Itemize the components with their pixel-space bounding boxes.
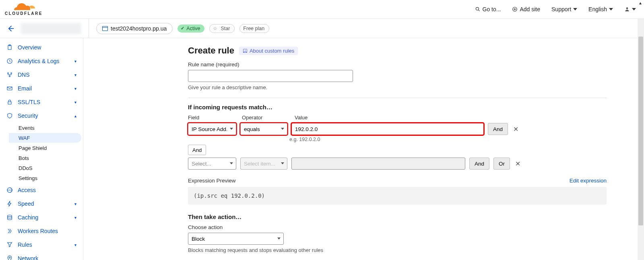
website-icon: [102, 26, 108, 31]
sidebar-item-label: Speed: [18, 201, 34, 207]
plan-badge: Free plan: [239, 24, 269, 33]
sidebar-item-label: SSL/TLS: [18, 99, 40, 105]
sidebar-item-speed[interactable]: Speed▾: [0, 197, 83, 211]
sidebar-item-rules[interactable]: Rules▾: [0, 238, 83, 252]
shield-icon: [6, 113, 13, 119]
goto-search[interactable]: Go to...: [475, 6, 501, 12]
rule-name-label: Rule name (required): [188, 61, 607, 68]
sidebar-item-caching[interactable]: Caching▾: [0, 211, 83, 224]
chevron-down-icon: ▾: [74, 86, 76, 91]
expression-preview: (ip.src eq 192.0.2.0): [188, 187, 607, 205]
database-icon: [6, 214, 13, 221]
operator-select[interactable]: equals: [240, 123, 287, 135]
and-button-2[interactable]: And: [469, 158, 489, 170]
svg-point-11: [11, 73, 12, 74]
scrollbar-thumb[interactable]: [638, 37, 643, 225]
chevron-down-icon: ▾: [74, 202, 76, 206]
account-menu[interactable]: [624, 6, 636, 12]
sidebar-item-label: Access: [18, 187, 36, 193]
value-hint: e.g. 192.0.2.0: [289, 137, 607, 142]
sidebar-sub-page-shield[interactable]: Page Shield: [0, 143, 81, 153]
sidebar-item-access[interactable]: Access: [0, 183, 83, 197]
expression-preview-label: Expression Preview: [188, 178, 236, 184]
rule-name-hint: Give your rule a descriptive name.: [188, 84, 607, 90]
sidebar-item-ssl[interactable]: SSL/TLS▾: [0, 95, 83, 109]
svg-point-16: [8, 215, 12, 217]
support-label: Support: [551, 6, 571, 12]
bolt-icon: [6, 201, 13, 207]
pin-icon: [6, 255, 13, 260]
chevron-down-icon: [632, 8, 636, 10]
col-field-label: Field: [188, 115, 236, 121]
page-title: Create rule: [188, 45, 234, 56]
clock-icon: [6, 58, 13, 64]
action-select[interactable]: Block: [188, 233, 284, 245]
chevron-up-icon: ▴: [74, 114, 76, 118]
rule-name-input[interactable]: [188, 70, 353, 82]
access-icon: [6, 187, 13, 193]
svg-rect-14: [8, 102, 11, 104]
sidebar-item-network[interactable]: Network: [0, 252, 83, 260]
star-button[interactable]: Star: [209, 24, 235, 33]
sidebar-item-label: Email: [18, 85, 32, 92]
about-custom-rules-link[interactable]: About custom rules: [239, 47, 298, 55]
clipboard-icon: [6, 44, 13, 51]
add-site-button[interactable]: Add site: [512, 6, 540, 12]
sidebar-sub-settings[interactable]: Settings: [0, 173, 81, 183]
chevron-down-icon: ▾: [74, 100, 76, 104]
chevron-down-icon: ▾: [74, 243, 76, 247]
user-icon: [624, 6, 630, 12]
search-icon: [475, 6, 481, 12]
value-input[interactable]: [291, 123, 484, 135]
add-site-label: Add site: [520, 6, 540, 12]
action-heading: Then take action…: [188, 213, 607, 220]
and-button[interactable]: And: [488, 123, 508, 135]
chevron-down-icon: ▾: [74, 215, 76, 220]
funnel-icon: [6, 242, 13, 248]
svg-point-12: [9, 76, 10, 77]
svg-line-1: [478, 10, 479, 11]
chevron-down-icon: ▾: [74, 73, 76, 77]
dns-icon: [6, 72, 13, 78]
main-content: Create rule About custom rules Rule name…: [83, 38, 644, 260]
field-select-2[interactable]: Select...: [188, 158, 236, 170]
scrollbar[interactable]: [638, 19, 644, 260]
sidebar-item-label: Security: [18, 113, 38, 119]
value-input-2: [291, 158, 465, 170]
sidebar-item-workers[interactable]: Workers Routes: [0, 224, 83, 238]
svg-point-17: [9, 257, 10, 258]
site-selector[interactable]: test2024hostpro.pp.ua: [96, 23, 173, 34]
sidebar-sub-bots[interactable]: Bots: [0, 153, 81, 163]
support-menu[interactable]: Support: [551, 6, 577, 12]
account-name-redacted[interactable]: [21, 23, 81, 34]
remove-row-button-2[interactable]: ✕: [514, 160, 521, 167]
remove-row-button[interactable]: ✕: [512, 125, 519, 133]
sidebar-item-overview[interactable]: Overview: [0, 41, 83, 54]
sidebar-sub-events[interactable]: Events: [0, 123, 81, 133]
edit-expression-link[interactable]: Edit expression: [570, 178, 607, 184]
cloudflare-logo[interactable]: CLOUDFLARE: [5, 3, 43, 16]
field-select[interactable]: IP Source Add...: [188, 123, 236, 135]
breadcrumb-bar: test2024hostpro.pp.ua Active Star Free p…: [0, 19, 644, 38]
sidebar-item-security[interactable]: Security▴: [0, 109, 83, 123]
and-connector-button[interactable]: And: [188, 145, 206, 155]
col-value-label: Value: [295, 115, 308, 121]
sidebar-item-label: Overview: [18, 44, 41, 51]
or-button[interactable]: Or: [493, 158, 510, 170]
workers-icon: [6, 228, 13, 234]
sidebar-item-analytics[interactable]: Analytics & Logs▾: [0, 54, 83, 68]
sidebar-item-dns[interactable]: DNS▾: [0, 68, 83, 82]
back-arrow-icon[interactable]: [6, 25, 14, 33]
sidebar-sub-ddos[interactable]: DDoS: [0, 163, 81, 173]
sidebar-item-email[interactable]: Email▾: [0, 82, 83, 95]
sidebar-item-label: Caching: [18, 214, 38, 221]
plus-circle-icon: [512, 6, 518, 12]
sidebar-sub-waf[interactable]: WAF: [9, 133, 81, 143]
logo-text: CLOUDFLARE: [5, 11, 43, 16]
svg-rect-13: [7, 87, 12, 90]
col-operator-label: Operator: [242, 115, 289, 121]
match-heading: If incoming requests match…: [188, 104, 607, 111]
chevron-down-icon: [609, 8, 613, 10]
divider: [89, 19, 89, 38]
language-menu[interactable]: English: [588, 6, 613, 12]
